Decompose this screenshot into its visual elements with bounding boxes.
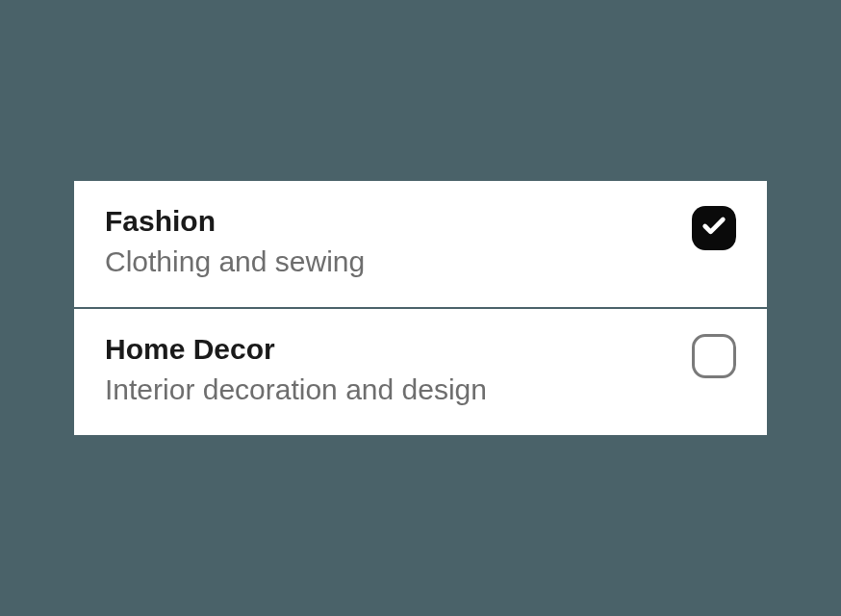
item-subtitle: Interior decoration and design xyxy=(105,371,487,408)
check-icon xyxy=(701,213,727,244)
checkbox-fashion[interactable] xyxy=(692,206,736,250)
list-item-home-decor[interactable]: Home Decor Interior decoration and desig… xyxy=(74,307,767,435)
checkbox-home-decor[interactable] xyxy=(692,334,736,378)
item-text: Fashion Clothing and sewing xyxy=(105,204,365,280)
item-title: Fashion xyxy=(105,204,365,239)
category-list: Fashion Clothing and sewing Home Decor I… xyxy=(74,181,767,435)
list-item-fashion[interactable]: Fashion Clothing and sewing xyxy=(74,181,767,307)
item-subtitle: Clothing and sewing xyxy=(105,243,365,280)
item-title: Home Decor xyxy=(105,332,487,367)
item-text: Home Decor Interior decoration and desig… xyxy=(105,332,487,408)
